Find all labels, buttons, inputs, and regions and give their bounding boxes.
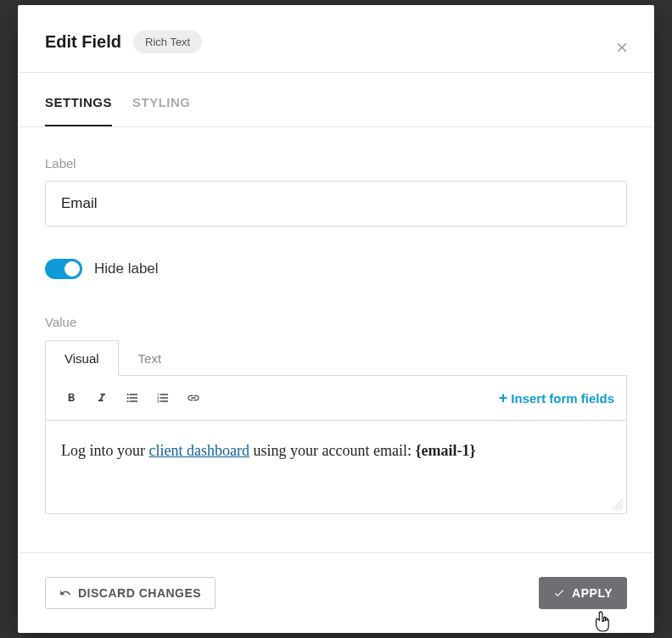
list-ul-icon (126, 391, 139, 405)
hide-label-row: Hide label (45, 259, 627, 279)
undo-icon (59, 587, 71, 599)
modal-title: Edit Field (45, 32, 121, 52)
italic-icon (95, 391, 109, 405)
editor-tab-visual[interactable]: Visual (45, 340, 119, 376)
editor-toolbar: + Insert form fields (45, 376, 627, 421)
insert-form-fields-label: Insert form fields (511, 391, 614, 406)
plus-icon: + (499, 389, 508, 407)
label-input[interactable] (45, 181, 627, 227)
discard-button[interactable]: Discard Changes (45, 577, 216, 609)
field-type-chip: Rich Text (133, 31, 202, 53)
rich-text-editor[interactable]: Log into your client dashboard using you… (45, 421, 627, 514)
editor-link: client dashboard (149, 442, 249, 459)
link-button[interactable] (180, 384, 207, 411)
check-icon (553, 587, 565, 599)
label-caption: Label (45, 156, 627, 171)
edit-field-modal: Edit Field Rich Text SETTINGS STYLING La… (18, 5, 654, 633)
link-icon (187, 391, 200, 405)
hide-label-text: Hide label (94, 260, 159, 277)
italic-button[interactable] (88, 384, 115, 411)
apply-button[interactable]: Apply (539, 577, 627, 609)
editor-token: {email-1} (415, 442, 475, 459)
ordered-list-button[interactable] (149, 384, 176, 411)
editor-tabs: Visual Text (45, 339, 627, 376)
list-ol-icon (156, 391, 170, 405)
bold-button[interactable] (58, 384, 85, 411)
value-section: Value Visual Text (45, 315, 627, 514)
close-icon (614, 40, 630, 55)
insert-form-fields-button[interactable]: + Insert form fields (499, 389, 614, 407)
hide-label-toggle[interactable] (45, 259, 82, 279)
toggle-knob (64, 261, 80, 277)
editor-tab-text[interactable]: Text (119, 340, 182, 376)
settings-panel: Label Hide label Value Visual Text (18, 127, 654, 552)
modal-footer: Discard Changes Apply (18, 552, 654, 633)
bold-icon (64, 391, 78, 405)
header-divider (18, 72, 654, 73)
resize-handle-icon[interactable] (613, 500, 623, 510)
editor-text-prefix: Log into your (61, 442, 149, 459)
editor-text-middle: using your account email: (249, 442, 415, 459)
apply-label: Apply (572, 586, 613, 600)
tab-styling[interactable]: STYLING (132, 83, 191, 127)
unordered-list-button[interactable] (119, 384, 146, 411)
modal-header: Edit Field Rich Text (18, 5, 654, 72)
tab-settings[interactable]: SETTINGS (45, 83, 112, 127)
value-caption: Value (45, 315, 627, 329)
main-tabs: SETTINGS STYLING (18, 83, 654, 127)
close-button[interactable] (612, 37, 632, 58)
discard-label: Discard Changes (78, 586, 201, 600)
